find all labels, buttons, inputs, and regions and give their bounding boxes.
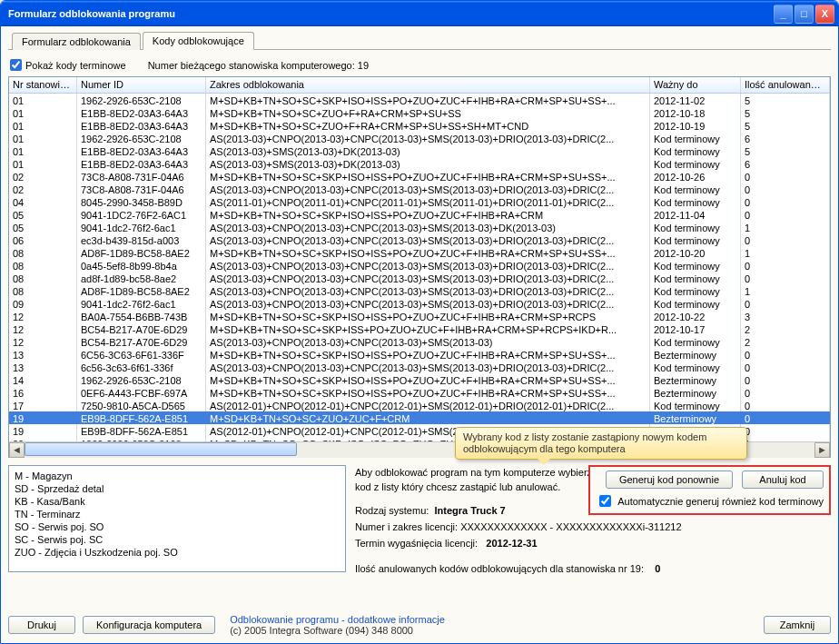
legend-line: SO - Serwis poj. SO xyxy=(15,520,340,533)
show-term-codes-check[interactable]: Pokaż kody terminowe xyxy=(10,59,126,71)
cell-an: 0 xyxy=(741,272,830,284)
table-row[interactable]: 12BC54-B217-A70E-6D29M+SD+KB+TN+SO+SC+SK… xyxy=(9,322,830,335)
table-row[interactable]: 048045-2990-3458-B89DAS(2011-01)+CNPO(20… xyxy=(9,195,830,208)
table-row[interactable]: 080a45-5ef8-8b99-8b4aAS(2013-03)+CNPO(20… xyxy=(9,259,830,272)
cell-an: 2 xyxy=(741,335,830,348)
cell-an: 3 xyxy=(741,310,830,322)
cell-an: 5 xyxy=(741,94,830,106)
tab-codes[interactable]: Kody odblokowujące xyxy=(143,32,254,50)
cell-id: BC54-B217-A70E-6D29 xyxy=(77,322,206,335)
table-row[interactable]: 08AD8F-1D89-BC58-8AE2M+SD+KB+TN+SO+SC+SK… xyxy=(9,246,830,259)
table-row[interactable]: 19EB9B-8DFF-562A-E851M+SD+KB+TN+SO+SC+ZU… xyxy=(9,411,830,424)
cell-zk: AS(2013-03)+CNPO(2013-03)+CNPC(2013-03)+… xyxy=(206,132,650,144)
table-row[interactable]: 059041-1dc2-76f2-6ac1AS(2013-03)+CNPO(20… xyxy=(9,221,830,233)
cell-zk: M+SD+KB+TN+SO+SC+SKP+ISS+PO+ZUO+ZUC+F+IH… xyxy=(206,322,650,335)
close-window-button[interactable]: X xyxy=(815,5,834,24)
cell-id: AD8F-1D89-BC58-8AE2 xyxy=(77,246,206,259)
table-row[interactable]: 141962-2926-653C-2108M+SD+KB+TN+SO+SC+SK… xyxy=(9,373,830,386)
cell-an: 0 xyxy=(741,170,830,183)
col-cancelled[interactable]: Ilość anulowanych xyxy=(741,77,830,93)
cell-zk: AS(2013-03)+CNPO(2013-03)+CNPC(2013-03)+… xyxy=(206,297,650,310)
cell-an: 0 xyxy=(741,297,830,310)
table-row[interactable]: 12BA0A-7554-B6BB-743BM+SD+KB+TN+SO+SC+SK… xyxy=(9,310,830,322)
close-button[interactable]: Zamknij xyxy=(764,616,831,634)
col-station[interactable]: Nr stanowiska xyxy=(9,77,77,93)
cell-an: 0 xyxy=(741,361,830,373)
scroll-thumb[interactable] xyxy=(25,442,297,456)
table-row[interactable]: 0273C8-A808-731F-04A6AS(2013-03)+CNPO(20… xyxy=(9,183,830,195)
table-row[interactable]: 099041-1dc2-76f2-6ac1AS(2013-03)+CNPO(20… xyxy=(9,297,830,310)
config-button[interactable]: Konfiguracja komputera xyxy=(83,616,215,634)
cell-zk: AS(2013-03)+CNPO(2013-03)+CNPC(2013-03)+… xyxy=(206,183,650,195)
footer-link[interactable]: Odblokowanie programu - dodatkowe inform… xyxy=(230,614,445,625)
col-id[interactable]: Numer ID xyxy=(77,77,206,93)
cell-id: 6c56-3c63-6f61-336f xyxy=(77,361,206,373)
cell-zk: M+SD+KB+TN+SO+SC+ZUO+F+RA+CRM+SP+SU+SS+S… xyxy=(206,119,650,132)
footer: Drukuj Konfiguracja komputera Odblokowan… xyxy=(8,609,831,636)
cell-st: 06 xyxy=(9,233,77,246)
cell-wd: 2012-11-02 xyxy=(650,94,741,106)
table-row[interactable]: 160EF6-A443-FCBF-697AM+SD+KB+TN+SO+SC+SK… xyxy=(9,386,830,399)
table-row[interactable]: 136C56-3C63-6F61-336FM+SD+KB+TN+SO+SC+SK… xyxy=(9,348,830,361)
cell-zk: M+SD+KB+TN+SO+SC+ZUO+ZUC+F+CRM xyxy=(206,411,650,424)
scroll-left-button[interactable]: ◄ xyxy=(9,442,25,458)
cell-wd: Kod terminowy xyxy=(650,233,741,246)
cancel-code-button[interactable]: Anuluj kod xyxy=(742,471,824,489)
minimize-button[interactable]: _ xyxy=(774,5,793,24)
cell-id: 9041-1DC2-76F2-6AC1 xyxy=(77,208,206,221)
col-scope[interactable]: Zakres odblokowania xyxy=(206,77,650,93)
cell-wd: 2012-10-18 xyxy=(650,106,741,119)
print-button[interactable]: Drukuj xyxy=(8,616,75,634)
cell-id: EB9B-8DFF-562A-E851 xyxy=(77,411,206,424)
cell-id: AD8F-1D89-BC58-8AE2 xyxy=(77,284,206,297)
table-row[interactable]: 08AD8F-1D89-BC58-8AE2AS(2013-03)+CNPO(20… xyxy=(9,284,830,297)
cell-st: 01 xyxy=(9,132,77,144)
cell-id: 1962-2926-653C-2108 xyxy=(77,373,206,386)
cell-zk: AS(2013-03)+CNPO(2013-03)+CNPC(2013-03)+… xyxy=(206,221,650,233)
cell-zk: AS(2013-03)+CNPO(2013-03)+CNPC(2013-03)+… xyxy=(206,335,650,348)
generate-button[interactable]: Generuj kod ponownie xyxy=(606,471,733,489)
cell-zk: M+SD+KB+TN+SO+SC+SKP+ISO+ISS+PO+ZUO+ZUC+… xyxy=(206,208,650,221)
cell-an: 0 xyxy=(741,411,830,424)
table-row[interactable]: 01E1BB-8ED2-03A3-64A3AS(2013-03)+SMS(201… xyxy=(9,144,830,157)
cell-an: 2 xyxy=(741,322,830,335)
auto-generate-label: Automatycznie generuj również kod termin… xyxy=(617,496,824,507)
scroll-right-button[interactable]: ► xyxy=(814,442,830,458)
table-row[interactable]: 136c56-3c63-6f61-336fAS(2013-03)+CNPO(20… xyxy=(9,361,830,373)
table-row[interactable]: 06ec3d-b439-815d-a003AS(2013-03)+CNPO(20… xyxy=(9,233,830,246)
auto-generate-input[interactable] xyxy=(599,495,611,507)
cell-wd: Kod terminowy xyxy=(650,157,741,170)
cell-wd: 2012-10-19 xyxy=(650,119,741,132)
cell-zk: AS(2012-01)+CNPO(2012-01)+CNPC(2012-01)+… xyxy=(206,399,650,411)
cell-st: 12 xyxy=(9,310,77,322)
cell-wd: Kod terminowy xyxy=(650,335,741,348)
info-intro: Aby odblokować program na tym komputerze… xyxy=(355,465,595,494)
cell-st: 14 xyxy=(9,373,77,386)
auto-generate-check[interactable]: Automatycznie generuj również kod termin… xyxy=(596,492,824,510)
legend-line: KB - Kasa/Bank xyxy=(15,495,340,508)
table-row[interactable]: 01E1BB-8ED2-03A3-64A3AS(2013-03)+SMS(201… xyxy=(9,157,830,170)
cell-wd: 2012-11-04 xyxy=(650,208,741,221)
cell-zk: AS(2013-03)+SMS(2013-03)+DK(2013-03) xyxy=(206,144,650,157)
legend-line: M - Magazyn xyxy=(15,470,340,482)
table-body[interactable]: 011962-2926-653C-2108M+SD+KB+TN+SO+SC+SK… xyxy=(9,94,830,441)
tab-form[interactable]: Formularz odblokowania xyxy=(12,33,141,50)
cell-wd: Kod terminowy xyxy=(650,284,741,297)
col-valid[interactable]: Ważny do xyxy=(650,77,741,93)
table-row[interactable]: 059041-1DC2-76F2-6AC1M+SD+KB+TN+SO+SC+SK… xyxy=(9,208,830,221)
table-row[interactable]: 011962-2926-653C-2108AS(2013-03)+CNPO(20… xyxy=(9,132,830,144)
table-row[interactable]: 01E1BB-8ED2-03A3-64A3M+SD+KB+TN+SO+SC+ZU… xyxy=(9,106,830,119)
cell-an: 0 xyxy=(741,386,830,399)
cell-zk: M+SD+KB+TN+SO+SC+ZUO+F+RA+CRM+SP+SU+SS xyxy=(206,106,650,119)
table-row[interactable]: 12BC54-B217-A70E-6D29AS(2013-03)+CNPO(20… xyxy=(9,335,830,348)
table-row[interactable]: 177250-9810-A5CA-D565AS(2012-01)+CNPO(20… xyxy=(9,399,830,411)
legend-box: M - MagazynSD - Sprzedaż detalKB - Kasa/… xyxy=(8,465,346,572)
table-row[interactable]: 01E1BB-8ED2-03A3-64A3M+SD+KB+TN+SO+SC+ZU… xyxy=(9,119,830,132)
cell-an: 0 xyxy=(741,259,830,272)
maximize-button[interactable]: □ xyxy=(795,5,814,24)
legend-line: TN - Terminarz xyxy=(15,508,340,520)
show-term-codes-input[interactable] xyxy=(10,59,22,71)
table-row[interactable]: 08ad8f-1d89-bc58-8ae2AS(2013-03)+CNPO(20… xyxy=(9,272,830,284)
table-row[interactable]: 011962-2926-653C-2108M+SD+KB+TN+SO+SC+SK… xyxy=(9,94,830,106)
table-row[interactable]: 0273C8-A808-731F-04A6M+SD+KB+TN+SO+SC+SK… xyxy=(9,170,830,183)
